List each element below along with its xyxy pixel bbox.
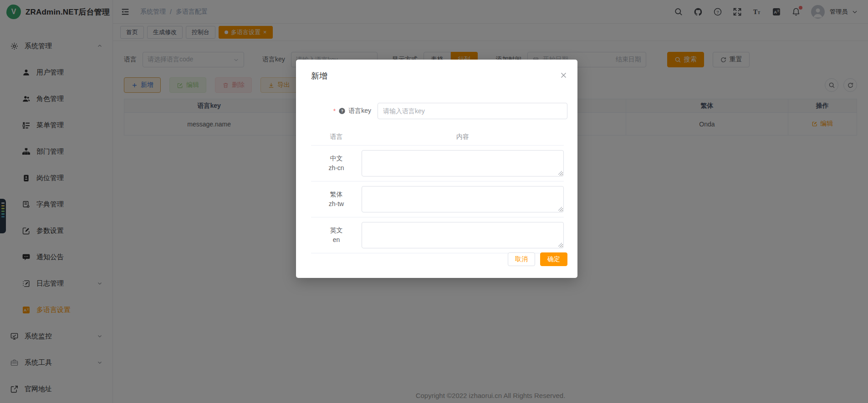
dialog-lang-row-zh-cn: 中文 zh-cn — [311, 145, 564, 181]
close-icon[interactable] — [560, 71, 567, 79]
zh-tw-content-textarea[interactable] — [362, 186, 564, 212]
dialog-key-input-wrap — [378, 103, 567, 119]
dialog-lang-label: 英文 en — [311, 226, 362, 245]
dialog-lang-textarea-wrap — [362, 150, 564, 176]
zh-cn-content-textarea[interactable] — [362, 150, 564, 176]
dialog-footer: 取消 确定 — [508, 252, 567, 266]
dialog-key-form-row: * ? 语言key — [311, 103, 567, 119]
dialog-col-language: 语言 — [311, 133, 362, 141]
dialog-key-label-wrap: * ? 语言key — [311, 107, 371, 115]
dialog-lang-textarea-wrap — [362, 222, 564, 248]
dialog-language-table: 语言 内容 中文 zh-cn 繁体 zh-tw — [311, 129, 564, 253]
dialog-key-input[interactable] — [383, 107, 562, 115]
dialog-title: 新增 — [311, 71, 327, 81]
dialog-lang-label: 繁体 zh-tw — [311, 190, 362, 209]
question-filled-icon[interactable]: ? — [338, 107, 346, 115]
lang-name: 英文 — [311, 226, 362, 235]
dialog-lang-label: 中文 zh-cn — [311, 154, 362, 173]
cancel-button[interactable]: 取消 — [508, 252, 535, 266]
lang-code: en — [311, 235, 362, 245]
dialog-lang-row-en: 英文 en — [311, 217, 564, 253]
add-dialog: 新增 * ? 语言key 语言 内容 中文 zh-cn — [296, 60, 577, 278]
svg-text:?: ? — [341, 109, 343, 113]
lang-name: 繁体 — [311, 190, 362, 199]
confirm-button[interactable]: 确定 — [540, 252, 567, 266]
dialog-key-label: 语言key — [348, 107, 371, 115]
required-asterisk: * — [333, 107, 336, 115]
lang-code: zh-cn — [311, 163, 362, 173]
lang-name: 中文 — [311, 154, 362, 163]
dialog-col-content: 内容 — [362, 133, 564, 141]
en-content-textarea[interactable] — [362, 222, 564, 248]
lang-code: zh-tw — [311, 199, 362, 209]
dialog-lang-textarea-wrap — [362, 186, 564, 212]
dialog-table-header: 语言 内容 — [311, 129, 564, 145]
dialog-lang-row-zh-tw: 繁体 zh-tw — [311, 181, 564, 217]
